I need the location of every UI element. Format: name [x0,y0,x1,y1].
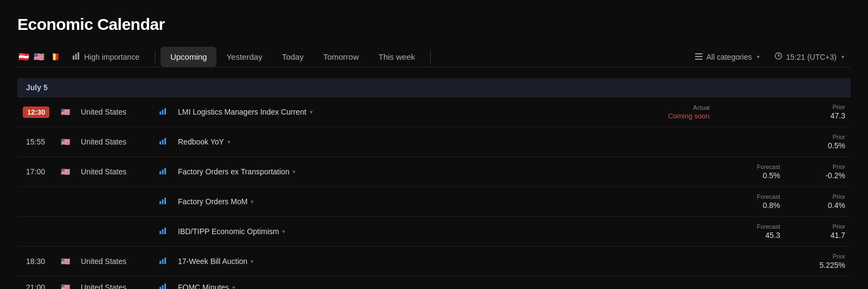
event-prior-cell [786,277,851,290]
svg-rect-16 [162,169,164,174]
event-forecast-cell [720,97,786,127]
time-dropdown[interactable]: 15:21 (UTC+3) ▾ [768,48,851,66]
importance-label: High importance [84,53,139,61]
event-time: 21:00 [17,277,55,290]
nav-tabs: Upcoming Yesterday Today Tomorrow This w… [161,47,425,67]
event-forecast-cell [720,247,786,277]
event-name-cell: Factory Orders ex Transportation ▾ [173,157,612,187]
prior-label: Prior [833,223,845,230]
chart-icon [159,257,167,266]
svg-rect-9 [159,111,161,115]
table-row[interactable]: IBD/TIPP Economic Optimism ▾ Forecast 45… [17,217,851,247]
importance-filter-button[interactable]: High importance [71,48,147,66]
event-expand-icon[interactable]: ▾ [310,109,313,116]
chart-icon [159,108,167,116]
bar-chart-icon [73,52,80,61]
time-label: 15:21 (UTC+3) [786,53,837,61]
forecast-label: Forecast [757,223,780,230]
prior-label: Prior [833,164,845,170]
event-time: 12:30 [17,97,55,127]
svg-rect-12 [159,141,161,144]
event-country-name: United States [75,157,154,187]
categories-label: All categories [706,53,752,61]
event-country-name: United States [75,127,154,157]
event-name-cell: 17-Week Bill Auction ▾ [173,247,612,277]
date-header-value: July 5 [17,78,851,97]
chart-icon [159,197,167,206]
table-row[interactable]: 18:30 🇺🇸 United States 17-Week Bill Auct… [17,247,851,277]
chart-icon [159,283,167,289]
divider-2 [430,51,431,64]
event-chart-icon-cell [154,277,173,290]
svg-rect-22 [162,229,164,234]
svg-rect-5 [695,59,703,60]
tab-tomorrow[interactable]: Tomorrow [314,47,369,67]
event-name-inner: Factory Orders MoM ▾ [178,197,607,206]
prior-value: 0.5% [828,141,845,150]
svg-rect-0 [73,55,74,60]
event-actual-cell: Actual Coming soon [612,97,720,127]
event-name-inner: 17-Week Bill Auction ▾ [178,257,607,266]
event-name-inner: Factory Orders ex Transportation ▾ [178,167,607,176]
prior-label: Prior [833,104,845,110]
event-expand-icon[interactable]: ▾ [292,168,296,175]
tab-yesterday[interactable]: Yesterday [216,47,272,67]
event-country-name: United States [75,277,154,290]
toolbar: 🇦🇹 🇺🇸 🇧🇪 High importance Upcoming Yester… [17,47,851,67]
event-name-text: IBD/TIPP Economic Optimism [178,227,279,236]
forecast-label: Forecast [757,164,780,170]
event-actual-cell [612,277,720,290]
event-prior-cell: Prior 0.5% [786,127,851,157]
event-name-inner: LMI Logistics Managers Index Current ▾ [178,108,607,116]
event-name-cell: IBD/TIPP Economic Optimism ▾ [173,217,612,247]
svg-rect-24 [159,261,161,264]
categories-dropdown[interactable]: All categories ▾ [688,48,766,66]
divider-1 [155,51,155,64]
table-row[interactable]: 21:00 🇺🇸 United States FOMC Minutes ▾ [17,277,851,290]
tab-today[interactable]: Today [272,47,314,67]
event-forecast-cell [720,277,786,290]
event-name-text: FOMC Minutes [178,283,229,289]
forecast-value: 0.8% [763,201,780,210]
event-forecast-cell: Forecast 0.5% [720,157,786,187]
table-row[interactable]: 17:00 🇺🇸 United States Factory Orders ex… [17,157,851,187]
svg-rect-10 [162,110,164,115]
calendar-table: July 5 12:30 🇺🇸 United States [17,78,851,289]
event-chart-icon-cell [154,97,173,127]
event-actual-cell [612,247,720,277]
event-name-cell: Redbook YoY ▾ [173,127,612,157]
svg-rect-15 [159,171,161,174]
event-expand-icon[interactable]: ▾ [251,258,254,265]
chart-icon [159,137,167,146]
clock-icon [775,52,782,61]
time-badge: 12:30 [23,106,49,118]
svg-rect-4 [695,56,703,57]
event-name-text: Factory Orders ex Transportation [178,167,289,176]
table-row[interactable]: Factory Orders MoM ▾ Forecast 0.8% Prior… [17,187,851,217]
event-country-flag-cell: 🇺🇸 [55,247,75,277]
event-prior-cell: Prior 5.225% [786,247,851,277]
event-expand-icon[interactable]: ▾ [251,198,254,205]
event-expand-icon[interactable]: ▾ [227,139,231,146]
event-name-text: LMI Logistics Managers Index Current [178,108,307,116]
event-expand-icon[interactable]: ▾ [232,284,235,290]
actual-label: Actual [693,104,710,111]
toolbar-right: All categories ▾ 15:21 (UTC+3) ▾ [688,48,851,66]
us-flag-icon: 🇺🇸 [61,137,70,146]
svg-rect-26 [164,257,166,264]
event-expand-icon[interactable]: ▾ [282,228,285,235]
tab-upcoming[interactable]: Upcoming [161,47,217,67]
event-chart-icon-cell [154,187,173,217]
us-flag-icon: 🇺🇸 [61,257,70,266]
event-prior-cell: Prior 41.7 [786,217,851,247]
svg-rect-1 [75,54,77,60]
table-row[interactable]: 12:30 🇺🇸 United States LMI Logistics Man… [17,97,851,127]
page-title: Economic Calendar [17,15,851,34]
prior-value: 47.3 [831,111,845,120]
event-time: 17:00 [17,157,55,187]
table-row[interactable]: 15:55 🇺🇸 United States Redbook YoY ▾ [17,127,851,157]
tab-this-week[interactable]: This week [369,47,425,67]
event-forecast-cell: Forecast 45.3 [720,217,786,247]
flag-icon-2: 🇺🇸 [33,52,46,62]
svg-rect-29 [164,284,166,289]
